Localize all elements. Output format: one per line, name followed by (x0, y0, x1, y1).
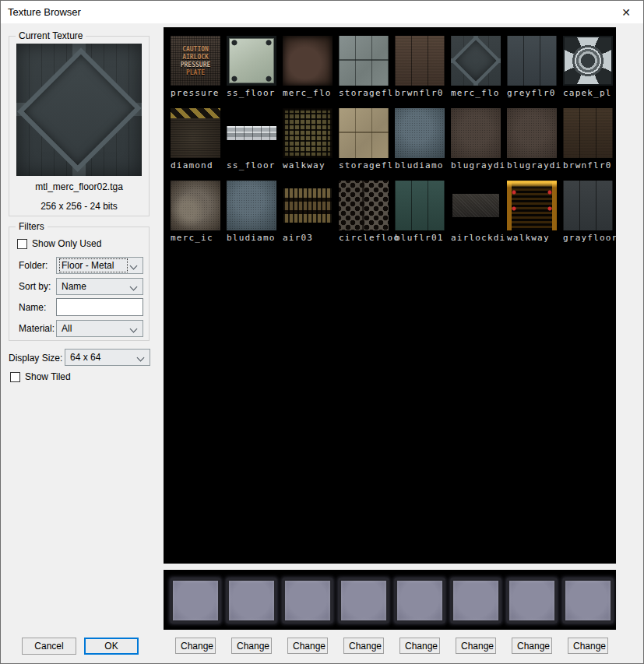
cancel-button[interactable]: Cancel (22, 638, 76, 655)
filters-group: Filters Show Only Used Folder: Floor - M… (9, 227, 150, 341)
show-tiled-checkbox[interactable] (10, 372, 20, 382)
texture-thumb-diamond[interactable] (171, 108, 220, 158)
show-tiled-label: Show Tiled (25, 371, 71, 382)
texture-tile-bludiamo[interactable]: bludiamo (395, 108, 451, 181)
texture-label: bludiamo (227, 233, 283, 243)
texture-tile-grayfloor[interactable]: grayfloor (563, 181, 619, 253)
texture-tile-merc_flo[interactable]: merc_flo (283, 36, 339, 108)
texture-slot-8[interactable] (563, 578, 613, 623)
texture-thumb-pressure[interactable]: CAUTIONAIRLOCKPRESSUREPLATE (171, 36, 220, 86)
texture-thumb-storagefl[interactable] (339, 36, 389, 86)
texture-thumb-grayfloor[interactable] (563, 181, 613, 230)
display-size-label: Display Size: (9, 353, 62, 364)
show-only-used-row[interactable]: Show Only Used (17, 238, 101, 249)
texture-tile-merc_ic[interactable]: merc_ic (171, 181, 227, 253)
texture-thumb-greyflr0[interactable] (507, 36, 557, 86)
texture-label: brwnflr0 (563, 160, 619, 170)
texture-tile-walkway[interactable]: walkway (283, 108, 339, 181)
texture-thumb-blugraydi[interactable] (451, 108, 501, 158)
texture-label: airlockdi (451, 233, 507, 243)
change-button-3[interactable]: Change (287, 638, 328, 654)
texture-thumb-brwnflr0[interactable] (563, 108, 613, 158)
titlebar[interactable]: Texture Browser ✕ (1, 1, 643, 23)
texture-tile-pressure[interactable]: CAUTIONAIRLOCKPRESSUREPLATEpressure (171, 36, 227, 108)
change-button-7[interactable]: Change (512, 638, 552, 654)
texture-label: storagefl (339, 88, 395, 98)
show-tiled-row[interactable]: Show Tiled (10, 371, 71, 382)
change-button-8[interactable]: Change (568, 638, 608, 654)
texture-tile-airlockdi[interactable]: airlockdi (451, 181, 507, 253)
texture-embossed-text: CAUTIONAIRLOCKPRESSUREPLATE (171, 36, 220, 86)
texture-thumb-airlockdi[interactable] (452, 194, 499, 217)
display-size-dropdown[interactable]: 64 x 64 (65, 349, 150, 366)
material-value: All (60, 322, 73, 335)
texture-thumb-brwnflr0[interactable] (395, 36, 445, 86)
texture-tile-brwnflr0[interactable]: brwnflr0 (395, 36, 451, 108)
texture-tile-capek_pl[interactable]: capek_pl (563, 36, 619, 108)
texture-label: blugraydi (507, 160, 563, 170)
texture-slot-4[interactable] (339, 578, 389, 623)
texture-thumb-bludiamo[interactable] (395, 108, 445, 158)
texture-label: storagefl (339, 160, 395, 170)
texture-label: greyflr0 (507, 88, 563, 98)
ok-button[interactable]: OK (84, 638, 139, 655)
change-button-2[interactable]: Change (231, 638, 272, 654)
texture-label: pressure (171, 88, 227, 98)
texture-thumb-blugraydi[interactable] (507, 108, 557, 158)
texture-thumb-merc_ic[interactable] (171, 181, 220, 230)
texture-tile-bluflr01[interactable]: bluflr01 (395, 181, 451, 253)
window-title: Texture Browser (8, 6, 81, 18)
sort-by-value: Name (60, 280, 88, 293)
change-button-6[interactable]: Change (456, 638, 496, 654)
texture-thumb-merc_flo[interactable] (283, 36, 333, 86)
texture-label: walkway (507, 233, 563, 243)
texture-tile-ss_floor[interactable]: ss_floor (227, 108, 283, 181)
texture-tile-greyflr0[interactable]: greyflr0 (507, 36, 563, 108)
texture-tile-circlefloo[interactable]: circlefloo (339, 181, 395, 253)
texture-slot-6[interactable] (451, 578, 501, 623)
texture-tile-walkway[interactable]: walkway (507, 181, 563, 253)
texture-thumb-storagefl[interactable] (339, 108, 389, 158)
sort-by-dropdown[interactable]: Name (56, 278, 143, 295)
texture-label: bludiamo (395, 160, 451, 170)
texture-tile-merc_flo[interactable]: merc_flo (451, 36, 507, 108)
texture-thumb-bluflr01[interactable] (395, 181, 445, 230)
texture-grid[interactable]: CAUTIONAIRLOCKPRESSUREPLATEpressuress_fl… (164, 27, 616, 564)
texture-slot-5[interactable] (395, 578, 445, 623)
texture-tile-air03[interactable]: air03 (283, 181, 339, 253)
texture-slot-7[interactable] (507, 578, 557, 623)
folder-value: Floor - Metal (60, 259, 127, 272)
texture-thumb-walkway[interactable] (283, 108, 333, 158)
texture-tile-ss_floor[interactable]: ss_floor (227, 36, 283, 108)
texture-thumb-capek_pl[interactable] (563, 36, 613, 86)
texture-tile-diamond[interactable]: diamond (171, 108, 227, 181)
texture-slot-1[interactable] (171, 578, 220, 623)
folder-dropdown[interactable]: Floor - Metal (56, 257, 143, 274)
current-texture-filename: mtl_merc_floor02.tga (9, 181, 149, 192)
close-icon[interactable]: ✕ (612, 1, 640, 23)
show-only-used-checkbox[interactable] (17, 239, 27, 249)
material-dropdown[interactable]: All (56, 320, 143, 337)
texture-tile-storagefl[interactable]: storagefl (339, 36, 395, 108)
texture-thumb-circlefloo[interactable] (339, 181, 389, 230)
change-button-5[interactable]: Change (399, 638, 440, 654)
texture-label: bluflr01 (395, 233, 451, 243)
texture-slot-bar (164, 570, 616, 630)
texture-label: diamond (171, 160, 227, 170)
texture-thumb-ss_floor[interactable] (227, 36, 276, 86)
texture-thumb-merc_flo[interactable] (451, 36, 501, 86)
texture-thumb-ss_floor[interactable] (227, 126, 276, 140)
texture-tile-blugraydi[interactable]: blugraydi (451, 108, 507, 181)
texture-thumb-air03[interactable] (283, 188, 333, 223)
change-button-1[interactable]: Change (175, 638, 216, 654)
texture-thumb-walkway[interactable] (507, 181, 557, 230)
texture-slot-2[interactable] (227, 578, 276, 623)
texture-slot-3[interactable] (283, 578, 333, 623)
change-button-4[interactable]: Change (343, 638, 384, 654)
texture-thumb-bludiamo[interactable] (227, 181, 276, 230)
texture-tile-storagefl[interactable]: storagefl (339, 108, 395, 181)
texture-tile-bludiamo[interactable]: bludiamo (227, 181, 283, 253)
texture-tile-blugraydi[interactable]: blugraydi (507, 108, 563, 181)
texture-tile-brwnflr0[interactable]: brwnflr0 (563, 108, 619, 181)
name-input[interactable] (56, 298, 143, 316)
